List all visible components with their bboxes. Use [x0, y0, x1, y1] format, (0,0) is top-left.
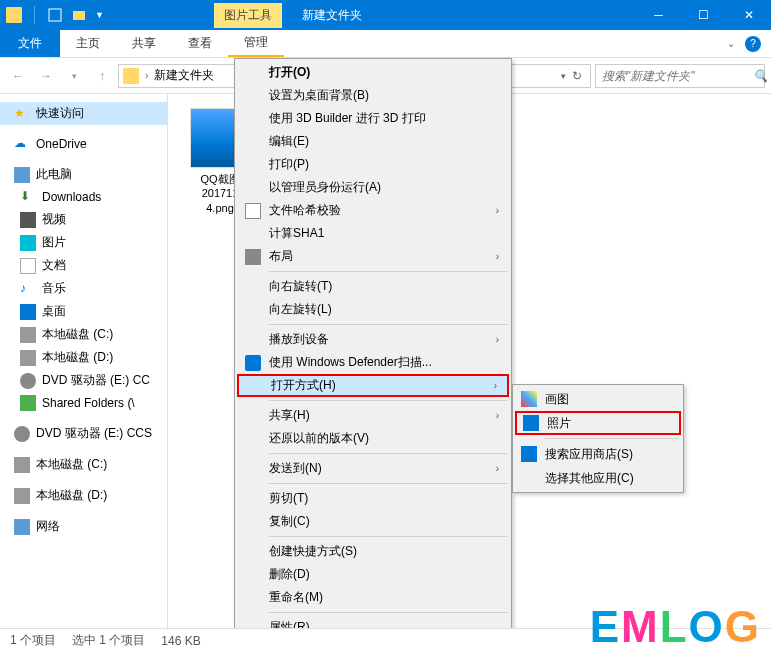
sidebar-onedrive[interactable]: ☁OneDrive — [0, 133, 167, 155]
onedrive-icon: ☁ — [14, 136, 30, 152]
close-button[interactable]: ✕ — [726, 0, 771, 30]
sidebar-nav: ★快速访问 ☁OneDrive 此电脑 ⬇Downloads 视频 图片 文档 … — [0, 94, 168, 628]
search-box[interactable]: 🔍 — [595, 64, 765, 88]
breadcrumb-current[interactable]: 新建文件夹 — [154, 67, 214, 84]
file-tab[interactable]: 文件 — [0, 30, 60, 57]
sidebar-quick-access[interactable]: ★快速访问 — [0, 102, 167, 125]
dvd-icon — [14, 426, 30, 442]
disk-icon — [20, 350, 36, 366]
refresh-icon[interactable]: ↻ — [572, 69, 582, 83]
svg-rect-1 — [73, 11, 85, 20]
sidebar-desktop[interactable]: 桌面 — [0, 300, 167, 323]
window-controls: ─ ☐ ✕ — [636, 0, 771, 30]
maximize-button[interactable]: ☐ — [681, 0, 726, 30]
pictures-icon — [20, 235, 36, 251]
chevron-right-icon: › — [496, 410, 499, 421]
download-icon: ⬇ — [20, 189, 36, 205]
folder-icon — [123, 68, 139, 84]
sidebar-this-pc[interactable]: 此电脑 — [0, 163, 167, 186]
menu-copy[interactable]: 复制(C) — [237, 510, 509, 533]
layout-icon — [245, 249, 261, 265]
menu-layout[interactable]: 布局› — [237, 245, 509, 268]
menu-rotate-left[interactable]: 向左旋转(L) — [237, 298, 509, 321]
sidebar-videos[interactable]: 视频 — [0, 208, 167, 231]
sidebar-music[interactable]: ♪音乐 — [0, 277, 167, 300]
home-tab[interactable]: 主页 — [60, 30, 116, 57]
network-icon — [14, 519, 30, 535]
search-icon[interactable]: 🔍 — [753, 69, 768, 83]
menu-run-admin[interactable]: 以管理员身份运行(A) — [237, 176, 509, 199]
submenu-paint[interactable]: 画图 — [515, 387, 681, 411]
properties-icon[interactable] — [47, 7, 63, 23]
menu-open[interactable]: 打开(O) — [237, 61, 509, 84]
sidebar-documents[interactable]: 文档 — [0, 254, 167, 277]
search-input[interactable] — [602, 69, 753, 83]
sidebar-disk-c[interactable]: 本地磁盘 (C:) — [0, 323, 167, 346]
document-icon — [245, 203, 261, 219]
submenu-choose-app[interactable]: 选择其他应用(C) — [515, 466, 681, 490]
new-folder-icon[interactable] — [71, 7, 87, 23]
recent-dropdown[interactable]: ▾ — [62, 64, 86, 88]
titlebar: ▼ 图片工具 新建文件夹 ─ ☐ ✕ — [0, 0, 771, 30]
status-selected: 选中 1 个项目 — [72, 632, 145, 649]
menu-3d-builder[interactable]: 使用 3D Builder 进行 3D 打印 — [237, 107, 509, 130]
menu-hash[interactable]: 文件哈希校验› — [237, 199, 509, 222]
submenu-search-store[interactable]: 搜索应用商店(S) — [515, 442, 681, 466]
menu-rotate-right[interactable]: 向右旋转(T) — [237, 275, 509, 298]
sidebar-dvd-e1[interactable]: DVD 驱动器 (E:) CC — [0, 369, 167, 392]
minimize-button[interactable]: ─ — [636, 0, 681, 30]
chevron-right-icon: › — [496, 251, 499, 262]
disk-icon — [20, 327, 36, 343]
collapse-ribbon-icon[interactable]: ⌄ — [727, 38, 735, 49]
shared-folder-icon — [20, 395, 36, 411]
help-icon[interactable]: ? — [745, 36, 761, 52]
up-button[interactable]: ↑ — [90, 64, 114, 88]
view-tab[interactable]: 查看 — [172, 30, 228, 57]
photos-icon — [523, 415, 539, 431]
forward-button[interactable]: → — [34, 64, 58, 88]
sidebar-shared[interactable]: Shared Folders (\ — [0, 392, 167, 414]
open-with-submenu: 画图 照片 搜索应用商店(S) 选择其他应用(C) — [512, 384, 684, 493]
paint-icon — [521, 391, 537, 407]
ribbon-tabs: 文件 主页 共享 查看 管理 ⌄ ? — [0, 30, 771, 58]
disk-icon — [14, 488, 30, 504]
window-title: 新建文件夹 — [302, 7, 362, 24]
menu-edit[interactable]: 编辑(E) — [237, 130, 509, 153]
menu-print[interactable]: 打印(P) — [237, 153, 509, 176]
context-menu: 打开(O) 设置为桌面背景(B) 使用 3D Builder 进行 3D 打印 … — [234, 58, 512, 642]
submenu-photos[interactable]: 照片 — [515, 411, 681, 435]
chevron-right-icon: › — [496, 334, 499, 345]
desktop-icon — [20, 304, 36, 320]
back-button[interactable]: ← — [6, 64, 30, 88]
documents-icon — [20, 258, 36, 274]
menu-cut[interactable]: 剪切(T) — [237, 487, 509, 510]
menu-previous-versions[interactable]: 还原以前的版本(V) — [237, 427, 509, 450]
address-dropdown-icon[interactable]: ▾ — [561, 71, 566, 81]
sidebar-disk-c2[interactable]: 本地磁盘 (C:) — [0, 453, 167, 476]
folder-icon — [6, 7, 22, 23]
menu-open-with[interactable]: 打开方式(H)› — [237, 374, 509, 397]
menu-create-shortcut[interactable]: 创建快捷方式(S) — [237, 540, 509, 563]
menu-sha1[interactable]: 计算SHA1 — [237, 222, 509, 245]
menu-set-background[interactable]: 设置为桌面背景(B) — [237, 84, 509, 107]
sidebar-dvd-e2[interactable]: DVD 驱动器 (E:) CCS — [0, 422, 167, 445]
contextual-tab-label: 图片工具 — [214, 3, 282, 28]
status-item-count: 1 个项目 — [10, 632, 56, 649]
sidebar-downloads[interactable]: ⬇Downloads — [0, 186, 167, 208]
sidebar-pictures[interactable]: 图片 — [0, 231, 167, 254]
menu-delete[interactable]: 删除(D) — [237, 563, 509, 586]
menu-defender[interactable]: 使用 Windows Defender扫描... — [237, 351, 509, 374]
sidebar-disk-d[interactable]: 本地磁盘 (D:) — [0, 346, 167, 369]
qat-dropdown-icon[interactable]: ▼ — [95, 10, 104, 20]
share-tab[interactable]: 共享 — [116, 30, 172, 57]
store-icon — [521, 446, 537, 462]
menu-cast[interactable]: 播放到设备› — [237, 328, 509, 351]
menu-share[interactable]: 共享(H)› — [237, 404, 509, 427]
chevron-right-icon: › — [494, 380, 497, 391]
menu-send-to[interactable]: 发送到(N)› — [237, 457, 509, 480]
star-icon: ★ — [14, 106, 30, 122]
manage-tab[interactable]: 管理 — [228, 30, 284, 57]
sidebar-network[interactable]: 网络 — [0, 515, 167, 538]
sidebar-disk-d2[interactable]: 本地磁盘 (D:) — [0, 484, 167, 507]
menu-rename[interactable]: 重命名(M) — [237, 586, 509, 609]
